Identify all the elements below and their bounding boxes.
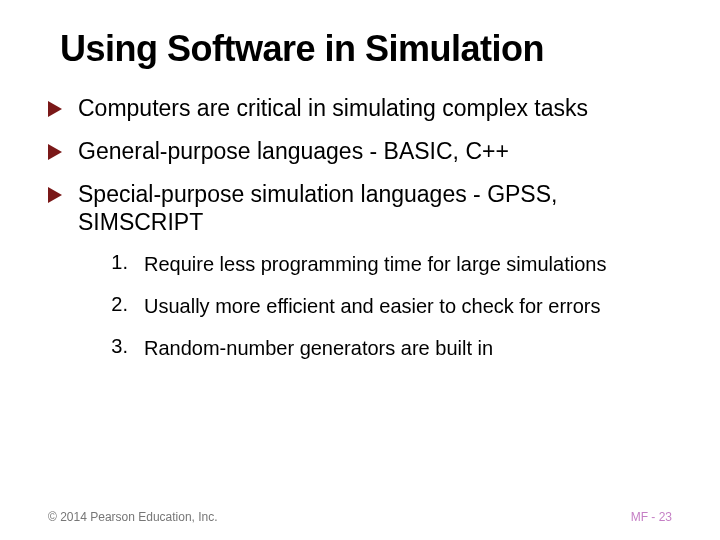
bullet-text: General-purpose languages - BASIC, C++ [78,137,509,166]
triangle-bullet-icon [48,144,64,160]
triangle-bullet-icon [48,187,64,203]
slide-title: Using Software in Simulation [48,28,672,70]
svg-marker-0 [48,101,62,117]
list-item: 1. Require less programming time for lar… [100,251,672,277]
bullet-text: Computers are critical in simulating com… [78,94,588,123]
list-item: Special-purpose simulation languages - G… [48,180,672,238]
svg-marker-2 [48,187,62,203]
list-item: General-purpose languages - BASIC, C++ [48,137,672,166]
numbered-list: 1. Require less programming time for lar… [48,251,672,361]
footer: © 2014 Pearson Education, Inc. MF - 23 [48,510,672,524]
bullet-text: Special-purpose simulation languages - G… [78,180,672,238]
numbered-text: Random-number generators are built in [144,335,493,361]
list-item: Computers are critical in simulating com… [48,94,672,123]
list-number: 2. [100,293,128,316]
numbered-text: Require less programming time for large … [144,251,606,277]
bullet-list: Computers are critical in simulating com… [48,94,672,237]
list-item: 2. Usually more efficient and easier to … [100,293,672,319]
numbered-text: Usually more efficient and easier to che… [144,293,601,319]
page-number: MF - 23 [631,510,672,524]
copyright-text: © 2014 Pearson Education, Inc. [48,510,218,524]
triangle-bullet-icon [48,101,64,117]
list-item: 3. Random-number generators are built in [100,335,672,361]
list-number: 3. [100,335,128,358]
list-number: 1. [100,251,128,274]
svg-marker-1 [48,144,62,160]
